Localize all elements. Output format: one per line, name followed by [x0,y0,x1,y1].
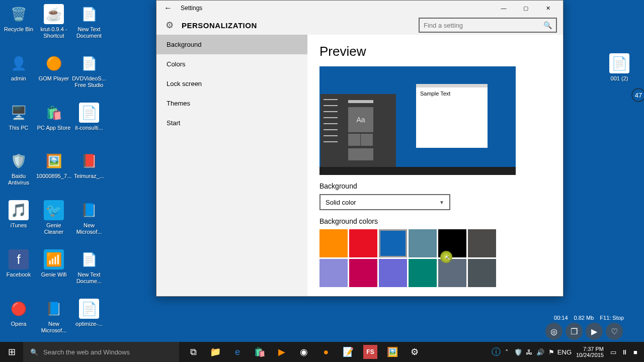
file-explorer-icon[interactable]: 📁 [204,342,226,362]
edge-icon[interactable]: e [226,342,249,362]
photos-icon[interactable]: 🖼️ [381,342,404,362]
desktop-icon[interactable]: 👤admin [1,53,36,82]
preview-sample-window: Sample Text [416,87,488,148]
lang-indicator[interactable]: ENG [557,348,572,356]
recorder-stats: 00:14 0.82 Mb F11: Stop [554,315,624,321]
desktop-icon[interactable]: 📘New Microsof... [36,299,71,334]
sidebar: BackgroundColorsLock screenThemesStart [156,35,307,296]
desktop-icon[interactable]: 📄001 (2) [602,53,637,82]
preview-box: Aa Sample Text [319,66,516,175]
freestudio-icon[interactable]: FS [363,345,377,359]
color-swatch[interactable] [379,229,407,257]
flag-tray-icon[interactable]: ⚑ [546,348,557,356]
minimize-button[interactable]: — [493,1,515,16]
taskbar-search[interactable]: 🔍 Search the web and Windows [23,342,179,362]
desktop-icon[interactable]: 🖼️10000895_7... [36,151,71,179]
network-tray-icon[interactable]: 🖧 [524,348,535,356]
sidebar-item-start[interactable]: Start [156,113,307,133]
sidebar-item-lock-screen[interactable]: Lock screen [156,74,307,94]
color-swatch[interactable] [319,259,348,287]
recorder-next-button[interactable]: ▶ [586,323,603,340]
color-swatch[interactable] [349,229,377,257]
window-title: Settings [176,5,493,12]
desktop-icon[interactable]: fFacebook [1,249,36,278]
desktop-icon[interactable]: 📄DVDVideoS... Free Studio [71,53,107,88]
color-swatch[interactable] [438,229,466,257]
desktop-icon[interactable]: 📄New Text Docume... [71,249,107,285]
clock[interactable]: 7:37 PM 10/24/2015 [572,346,608,358]
desktop-icon[interactable]: 🛍️PC App Store [36,103,71,131]
gom-icon[interactable]: ● [315,342,337,362]
recorder-controls: ◎ ❐ ▶ ♡ [545,323,623,340]
desktop-icon[interactable]: 🖥️This PC [1,103,36,131]
tray-up-icon[interactable]: ˄ [502,348,513,356]
recorder-copy-button[interactable]: ❐ [566,323,583,340]
desktop-icon[interactable]: 📘New Microsof... [71,200,107,235]
antivirus-tray-icon[interactable]: 🛡️ [513,348,524,356]
desktop-icon[interactable]: 🎵iTunes [1,200,36,229]
notification-badge[interactable]: 47 [630,86,644,104]
background-dropdown[interactable]: Solid color ▼ [319,194,450,210]
desktop-icon[interactable]: 🐦Genie Cleaner [36,200,71,235]
desktop-icon[interactable]: ☕krut-0.9.4 - Shortcut [36,4,71,39]
background-colors-label: Background colors [319,217,551,225]
desktop-icon[interactable]: 📕Teimuraz_... [71,151,107,179]
color-swatch[interactable] [438,259,466,287]
gear-icon: ⚙ [163,18,177,32]
notifications-icon[interactable]: ▭ [608,348,619,356]
desktop-icon[interactable]: 📄it-consulti... [71,103,107,131]
search-icon: 🔍 [543,21,552,29]
settings-search[interactable]: 🔍 [419,18,557,33]
preview-heading: Preview [319,44,551,59]
recorder-like-button[interactable]: ♡ [606,323,623,340]
chevron-down-icon: ▼ [439,200,444,205]
start-button[interactable]: ⊞ [0,342,23,362]
volume-tray-icon[interactable]: 🔊 [535,348,546,356]
desktop-icon[interactable]: 🗑️Recycle Bin [1,4,36,33]
color-swatch[interactable] [409,259,437,287]
background-label: Background [319,182,551,190]
sidebar-item-background[interactable]: Background [156,35,307,54]
chrome-icon[interactable]: ◉ [293,342,315,362]
settings-window: ← Settings — ▢ ✕ ⚙ PERSONALIZATION 🔍 Bac… [156,0,564,297]
color-swatch[interactable] [468,229,496,257]
sidebar-item-colors[interactable]: Colors [156,54,307,74]
desktop-icon[interactable]: 🛡️Baidu Antivirus [1,151,36,186]
desktop-icon[interactable]: 📶Genie Wifi [36,249,71,278]
desktop-icon[interactable]: 📄optimize-... [71,299,107,327]
search-input[interactable] [424,22,543,29]
help-icon[interactable]: ⓘ [491,346,502,358]
color-swatch[interactable] [409,229,437,257]
notepad-icon[interactable]: 📝 [337,342,359,362]
color-grid [319,229,501,287]
color-swatch[interactable] [468,259,496,287]
desktop-icon[interactable]: 🔴Opera [1,299,36,327]
color-swatch[interactable] [379,259,407,287]
taskbar: ⊞ 🔍 Search the web and Windows ⧉ 📁 e 🛍️ … [0,342,644,362]
desktop-icon[interactable]: 🟠GOM Player [36,53,71,82]
color-swatch[interactable] [349,259,377,287]
video-icon[interactable]: ▶ [271,342,293,362]
settings-taskbar-icon[interactable]: ⚙ [404,342,426,362]
sidebar-item-themes[interactable]: Themes [156,94,307,113]
task-view-icon[interactable]: ⧉ [182,342,204,362]
pause-icon[interactable]: ⏸ [619,348,630,356]
desktop-icon[interactable]: 📄New Text Document [71,4,107,39]
search-icon: 🔍 [30,348,38,356]
close-button[interactable]: ✕ [537,1,559,16]
stop-icon[interactable]: ■ [630,348,641,356]
color-swatch[interactable] [319,229,348,257]
back-button[interactable]: ← [160,1,176,16]
store-icon[interactable]: 🛍️ [249,342,271,362]
recorder-webcam-button[interactable]: ◎ [545,323,562,340]
page-title: PERSONALIZATION [177,21,257,30]
maximize-button[interactable]: ▢ [515,1,537,16]
content-area: Preview Aa [307,35,563,296]
